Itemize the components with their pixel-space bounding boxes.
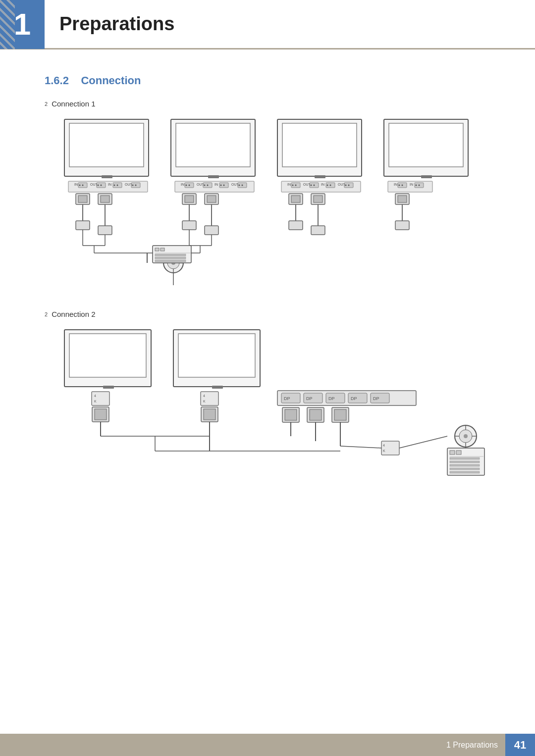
svg-point-58 bbox=[330, 185, 331, 186]
connection1-diagram: IN OUT IN OUT IN OUT IN bbox=[45, 117, 490, 285]
header: 1 Preparations bbox=[0, 0, 535, 50]
svg-rect-126 bbox=[69, 334, 146, 377]
svg-text:DP: DP bbox=[306, 396, 313, 401]
connection2-text: Connection 2 bbox=[52, 310, 95, 318]
svg-rect-179 bbox=[450, 451, 455, 454]
svg-text:K: K bbox=[383, 449, 385, 453]
svg-rect-5 bbox=[208, 175, 219, 178]
svg-point-15 bbox=[79, 185, 81, 186]
svg-rect-95 bbox=[311, 226, 325, 235]
svg-rect-89 bbox=[291, 196, 300, 202]
svg-text:IN: IN bbox=[287, 183, 291, 186]
svg-rect-152 bbox=[204, 409, 215, 420]
svg-point-24 bbox=[117, 185, 118, 186]
connection2-diagram: DP DP DP DP DP 4 K 4 K bbox=[45, 327, 490, 481]
svg-rect-86 bbox=[182, 221, 196, 230]
svg-point-44 bbox=[239, 185, 240, 186]
svg-rect-129 bbox=[178, 334, 255, 377]
svg-rect-99 bbox=[395, 221, 409, 230]
connection2-subscript: 2 bbox=[45, 311, 48, 317]
section-number: 1.6.2 bbox=[45, 74, 69, 87]
footer: 1 Preparations 41 bbox=[0, 734, 535, 756]
svg-rect-127 bbox=[103, 386, 114, 389]
svg-rect-81 bbox=[185, 196, 194, 202]
svg-rect-1 bbox=[69, 123, 144, 167]
svg-point-49 bbox=[292, 185, 294, 186]
svg-rect-73 bbox=[78, 196, 87, 202]
svg-point-32 bbox=[186, 185, 187, 186]
svg-point-20 bbox=[101, 185, 102, 186]
svg-text:DP: DP bbox=[351, 396, 357, 401]
svg-rect-83 bbox=[207, 196, 216, 202]
section-heading: 1.6.2 Connection bbox=[45, 74, 490, 87]
svg-point-53 bbox=[311, 185, 312, 186]
svg-rect-91 bbox=[314, 196, 322, 202]
svg-text:K: K bbox=[203, 400, 206, 403]
svg-point-45 bbox=[242, 185, 243, 186]
svg-text:IN: IN bbox=[410, 183, 413, 186]
svg-point-50 bbox=[295, 185, 297, 186]
connection1-svg: IN OUT IN OUT IN OUT IN bbox=[59, 117, 485, 285]
svg-rect-182 bbox=[450, 457, 480, 459]
svg-text:K: K bbox=[94, 400, 97, 403]
svg-point-41 bbox=[223, 185, 225, 186]
svg-rect-130 bbox=[212, 386, 223, 389]
svg-rect-186 bbox=[450, 471, 480, 473]
svg-point-57 bbox=[327, 185, 328, 186]
svg-rect-161 bbox=[334, 409, 346, 420]
svg-point-40 bbox=[220, 185, 222, 186]
svg-text:IN: IN bbox=[214, 183, 218, 186]
svg-rect-184 bbox=[450, 464, 480, 466]
svg-text:IN: IN bbox=[108, 183, 111, 186]
svg-rect-180 bbox=[456, 451, 461, 454]
chapter-number: 1 bbox=[14, 9, 31, 40]
stripe-decoration bbox=[0, 0, 15, 50]
svg-rect-158 bbox=[310, 409, 321, 420]
svg-point-71 bbox=[419, 185, 420, 186]
svg-line-168 bbox=[340, 446, 381, 448]
svg-point-36 bbox=[204, 185, 206, 186]
svg-rect-94 bbox=[289, 221, 303, 230]
svg-rect-122 bbox=[155, 254, 186, 256]
connection1-label: 2 Connection 1 bbox=[45, 100, 490, 108]
svg-text:4: 4 bbox=[203, 394, 205, 398]
svg-point-173 bbox=[464, 434, 468, 438]
svg-rect-11 bbox=[421, 175, 432, 178]
svg-point-27 bbox=[132, 185, 134, 186]
svg-point-66 bbox=[399, 185, 400, 186]
svg-point-19 bbox=[98, 185, 99, 186]
svg-text:4: 4 bbox=[94, 394, 96, 398]
svg-rect-7 bbox=[282, 123, 357, 167]
svg-text:4: 4 bbox=[383, 444, 385, 447]
svg-text:IN: IN bbox=[181, 183, 184, 186]
svg-text:DP: DP bbox=[328, 396, 335, 401]
svg-point-37 bbox=[207, 185, 209, 186]
svg-text:DP: DP bbox=[284, 396, 290, 401]
svg-rect-2 bbox=[102, 175, 112, 178]
svg-point-54 bbox=[314, 185, 315, 186]
main-content: 1.6.2 Connection 2 Connection 1 bbox=[0, 50, 535, 545]
svg-point-28 bbox=[135, 185, 137, 186]
footer-chapter-label: 1 Preparations bbox=[446, 741, 498, 750]
svg-rect-185 bbox=[450, 468, 480, 470]
svg-text:IN: IN bbox=[74, 183, 78, 186]
svg-rect-4 bbox=[176, 123, 250, 167]
svg-text:IN: IN bbox=[394, 183, 397, 186]
connection2-label: 2 Connection 2 bbox=[45, 310, 490, 318]
svg-rect-146 bbox=[95, 409, 107, 420]
svg-rect-10 bbox=[389, 123, 463, 167]
svg-rect-78 bbox=[76, 221, 90, 230]
connection1-text: Connection 1 bbox=[52, 100, 95, 108]
connection1-subscript: 2 bbox=[45, 101, 48, 107]
svg-rect-120 bbox=[160, 248, 164, 251]
svg-text:IN: IN bbox=[321, 183, 324, 186]
svg-point-16 bbox=[82, 185, 84, 186]
svg-rect-124 bbox=[155, 260, 186, 262]
svg-point-23 bbox=[114, 185, 115, 186]
svg-text:DP: DP bbox=[373, 396, 379, 401]
svg-rect-97 bbox=[398, 196, 407, 202]
svg-point-67 bbox=[402, 185, 403, 186]
svg-point-62 bbox=[348, 185, 350, 186]
chapter-title: Preparations bbox=[59, 13, 174, 35]
svg-rect-123 bbox=[155, 257, 186, 259]
